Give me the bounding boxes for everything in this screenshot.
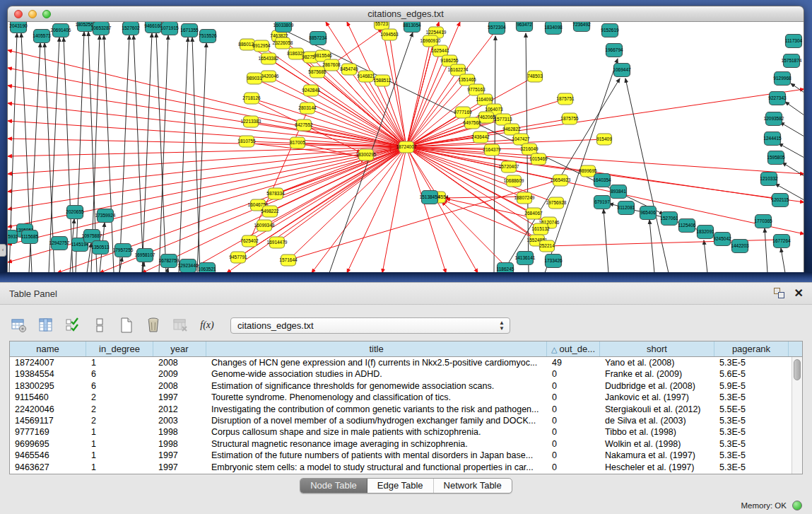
graph-node[interactable]: 1966794 [605,44,623,57]
graph-node[interactable]: 1202115 [772,194,789,207]
table-cell[interactable]: de Silva et al. (2003) [600,415,714,426]
graph-node[interactable]: 1595805 [767,151,785,165]
graph-node-selected[interactable]: 7625402 [240,235,259,247]
graph-node[interactable]: 965406 [640,206,657,220]
graph-node[interactable]: 1671355 [180,24,199,37]
table-cell[interactable]: Estimation of significance thresholds fo… [206,380,547,392]
column-header-out-degree[interactable]: △out_de... [547,341,600,356]
graph-node-selected[interactable]: 12213383 [241,116,261,127]
graph-node[interactable]: 2020655 [66,206,84,219]
graph-edge[interactable] [791,83,804,93]
graph-node-selected[interactable]: 2803144 [298,103,317,114]
graph-edge[interactable] [197,43,206,272]
table-cell[interactable]: Embryonic stem cells: a model to study s… [206,462,547,473]
network-graph[interactable]: 1872400774638228860128891295423226058165… [8,22,804,272]
graph-edge[interactable] [264,147,406,226]
graph-edge[interactable] [8,147,406,156]
graph-node[interactable]: 9466160 [144,22,163,33]
table-cell[interactable]: 5.3E-5 [714,462,789,473]
graph-edge[interactable] [406,147,541,229]
column-header-pagerank[interactable]: pagerank [714,341,789,356]
graph-node-selected[interactable]: 8427552 [295,119,313,131]
table-cell[interactable]: 1 [86,426,153,438]
graph-node-selected[interactable]: 9457791 [229,252,247,263]
graph-node-selected[interactable]: 6497568 [463,117,481,129]
table-cell[interactable]: 5.3E-5 [714,438,789,450]
graph-edge[interactable] [270,147,406,211]
graph-node[interactable]: 9152619 [601,24,619,37]
table-cell[interactable]: 9115460 [10,392,86,403]
table-cell[interactable]: 0 [547,368,600,380]
graph-edge[interactable] [252,98,406,147]
table-cell[interactable]: 2012 [153,404,206,415]
graph-node-selected[interactable]: 1875751 [556,93,575,105]
graph-node-selected[interactable]: 1875755 [560,113,579,124]
table-cell[interactable]: 2003 [153,415,206,426]
graph-edge[interactable] [8,147,406,245]
graph-node[interactable]: 15751874 [782,54,802,68]
graph-node-selected[interactable]: 16543382 [259,53,279,64]
table-cell[interactable]: 5.3E-5 [714,426,789,438]
table-options-icon[interactable] [10,316,28,334]
table-cell[interactable]: 1997 [153,392,206,403]
graph-node[interactable]: 1834098 [544,22,563,35]
table-cell[interactable]: 0 [547,415,600,426]
table-cell[interactable]: 1 [86,462,153,473]
graph-node-selected[interactable]: 817005 [290,137,305,148]
graph-node[interactable]: 1527602 [122,22,140,35]
graph-node-selected[interactable]: 5875685 [308,66,326,78]
graph-edge[interactable] [604,209,608,272]
graph-edge[interactable] [389,35,406,147]
column-header-name[interactable]: name [10,341,86,356]
table-cell[interactable]: 5.3E-5 [714,450,789,461]
graph-node-selected[interactable]: 19756928 [546,197,567,209]
table-cell[interactable]: 14569117 [10,415,86,426]
table-cell[interactable]: 5.3E-5 [714,392,789,403]
graph-node-selected[interactable]: 1571644 [279,255,298,266]
table-row[interactable]: 1872400712008Changes of HCN gene express… [10,357,802,368]
graph-node[interactable]: 12923446 [178,259,199,273]
graph-node[interactable]: 17957255 [113,244,134,257]
graph-node-selected[interactable]: 19654923 [551,175,571,186]
graph-node[interactable]: 20691406 [51,24,71,37]
table-cell[interactable]: 5.5E-5 [714,404,789,415]
graph-node[interactable]: 9129968 [773,72,792,86]
close-panel-icon[interactable]: ✕ [794,288,804,298]
graph-node[interactable]: 1210332 [760,173,778,186]
table-cell[interactable]: 1997 [153,450,206,461]
table-cell[interactable]: 1 [86,450,153,461]
graph-node-selected[interactable]: 8912954 [252,40,271,52]
tab-node-table[interactable]: Node Table [300,479,367,493]
table-cell[interactable]: 1997 [153,462,206,473]
graph-node-selected[interactable]: 16099348 [254,220,275,231]
table-cell[interactable]: Nakamura et al. (1997) [600,450,714,461]
table-cell[interactable]: Wolkin et al. (1998) [600,438,714,450]
graph-node[interactable]: 16782759 [159,255,180,268]
graph-node-selected[interactable]: 915409 [596,134,612,145]
graph-node[interactable]: 8112081 [618,201,635,215]
graph-edge[interactable] [311,90,406,147]
graph-node[interactable]: 16958107 [135,249,155,262]
graph-node-selected[interactable]: 18724007 [396,141,417,153]
graph-node-selected[interactable]: 18300295 [356,149,377,160]
graph-node[interactable]: 7515526 [199,30,217,43]
graph-node[interactable]: 963472 [517,22,533,32]
table-cell[interactable]: Tourette syndrome. Phenomenology and cla… [206,392,547,403]
graph-node-selected[interactable]: 23226058 [273,37,293,49]
graph-edge[interactable] [406,147,438,197]
table-cell[interactable]: 18300295 [10,380,86,392]
table-cell[interactable]: 18724007 [10,357,86,368]
graph-node[interactable]: 1770365 [754,215,772,228]
graph-node[interactable]: 1071915 [160,22,179,35]
graph-edge[interactable] [649,220,654,272]
table-cell[interactable]: 1998 [153,426,206,438]
graph-node[interactable]: 1527061 [660,212,678,226]
table-scrollbar[interactable] [792,357,802,474]
graph-edge[interactable] [134,35,143,272]
graph-edge[interactable] [780,122,804,136]
table-cell[interactable]: Changes of HCN gene expression and I(f) … [206,357,547,368]
column-header-in-degree[interactable]: in_degree [86,341,153,356]
table-cell[interactable]: 49 [547,357,600,368]
table-row[interactable]: 977716911998Corpus callosum shape and si… [10,426,802,438]
table-cell[interactable]: Investigating the contribution of common… [206,404,547,415]
